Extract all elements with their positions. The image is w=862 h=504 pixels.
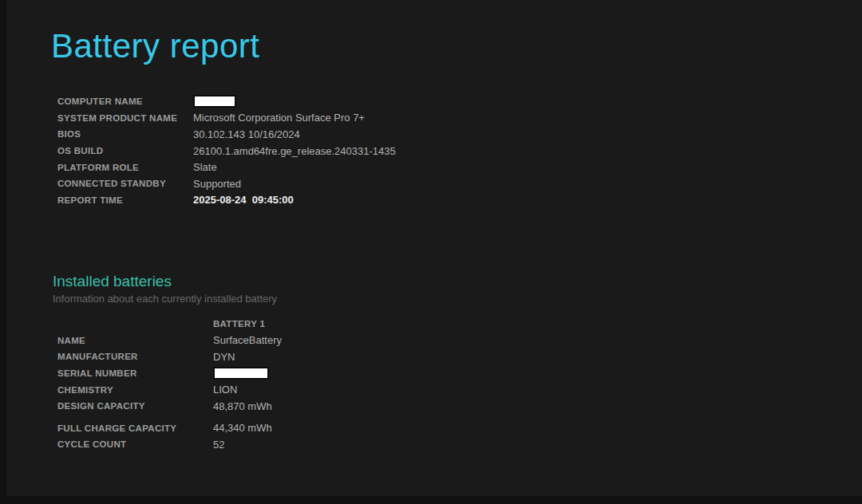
system-info-row-connected-standby: CONNECTED STANDBY Supported [57, 175, 396, 192]
battery-row-design-capacity: DESIGN CAPACITY 48,870 mWh [57, 398, 282, 415]
row-label: NAME [57, 336, 213, 345]
battery-report-page: Battery report COMPUTER NAME SYSTEM PROD… [0, 0, 862, 504]
row-label: CHEMISTRY [57, 385, 213, 395]
row-label: REPORT TIME [57, 195, 193, 205]
row-label: COMPUTER NAME [57, 96, 193, 106]
row-value: 30.102.143 10/16/2024 [193, 128, 300, 140]
row-label: MANUFACTURER [57, 352, 213, 361]
row-value: 48,870 mWh [213, 400, 272, 412]
page-edge-shading-bottom [0, 496, 862, 504]
row-value: 44,340 mWh [213, 422, 272, 434]
system-info-row-product-name: SYSTEM PRODUCT NAME Microsoft Corporatio… [57, 110, 396, 127]
row-value: Slate [193, 161, 217, 173]
row-label: SERIAL NUMBER [57, 368, 213, 378]
row-label: OS BUILD [57, 146, 193, 156]
battery-row-cycle-count: CYCLE COUNT 52 [57, 436, 282, 453]
report-time-value: 2025-08-24 09:45:00 [193, 194, 294, 206]
row-value: LION [213, 384, 237, 396]
battery-row-manufacturer: MANUFACTURER DYN [57, 348, 282, 365]
redacted-value-box [213, 367, 269, 380]
row-value: Microsoft Corporation Surface Pro 7+ [193, 112, 365, 124]
row-label: BIOS [57, 129, 193, 139]
system-info-row-computer-name: COMPUTER NAME [57, 93, 396, 110]
system-info-row-report-time: REPORT TIME 2025-08-24 09:45:00 [57, 192, 396, 209]
page-title: Battery report [51, 27, 259, 65]
installed-batteries-table: BATTERY 1 NAME SurfaceBattery MANUFACTUR… [57, 316, 282, 453]
row-label: FULL CHARGE CAPACITY [57, 423, 213, 433]
installed-batteries-heading: Installed batteries [53, 273, 172, 290]
redacted-value-box [193, 95, 236, 108]
row-label: PLATFORM ROLE [57, 163, 193, 172]
battery-row-name: NAME SurfaceBattery [57, 333, 282, 349]
row-value: DYN [213, 351, 235, 363]
row-label: CONNECTED STANDBY [57, 179, 193, 188]
page-edge-shading-left [0, 0, 6, 504]
battery-1-column-header: BATTERY 1 [213, 319, 265, 329]
row-value: 52 [213, 439, 224, 451]
system-info-row-platform-role: PLATFORM ROLE Slate [57, 159, 396, 175]
row-value: Supported [193, 178, 241, 190]
row-label: SYSTEM PRODUCT NAME [57, 113, 193, 123]
battery-row-chemistry: CHEMISTRY LION [57, 381, 282, 398]
battery-row-serial-number: SERIAL NUMBER [57, 365, 282, 382]
row-label: DESIGN CAPACITY [57, 401, 213, 411]
row-label: CYCLE COUNT [57, 439, 213, 449]
row-value: SurfaceBattery [213, 334, 282, 346]
installed-batteries-subtitle: Information about each currently install… [53, 293, 277, 305]
system-info-row-bios: BIOS 30.102.143 10/16/2024 [57, 126, 396, 143]
row-value: 26100.1.amd64fre.ge_release.240331-1435 [193, 145, 396, 157]
battery-row-full-charge-capacity: FULL CHARGE CAPACITY 44,340 mWh [57, 420, 282, 437]
system-info-table: COMPUTER NAME SYSTEM PRODUCT NAME Micros… [57, 93, 396, 208]
system-info-row-os-build: OS BUILD 26100.1.amd64fre.ge_release.240… [57, 143, 396, 159]
battery-column-header-row: BATTERY 1 [57, 316, 282, 333]
